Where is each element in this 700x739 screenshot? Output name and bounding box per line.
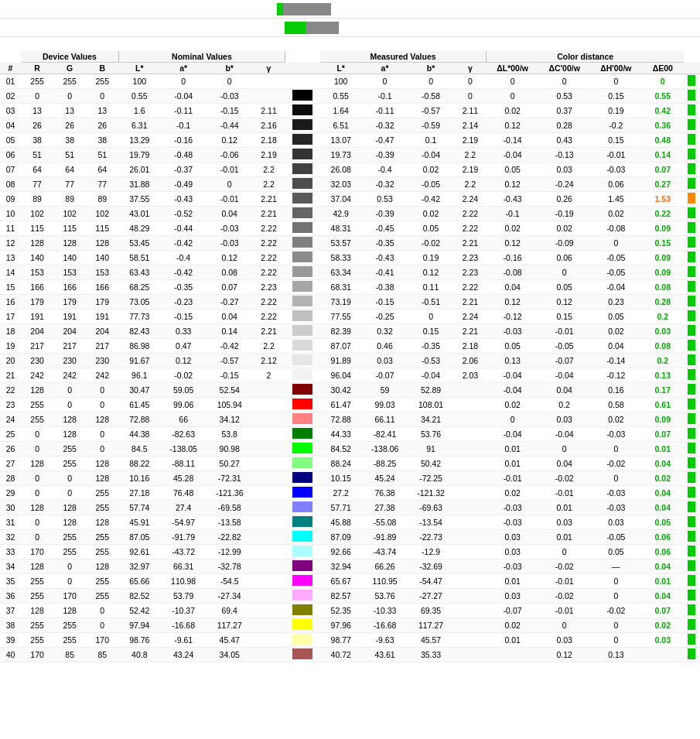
cell-bar [684,148,700,163]
cell-dl: -0.01 [487,471,538,486]
cell-ml: 65.67 [320,574,362,589]
cell-dh: 0.19 [590,104,642,118]
cell-r: 102 [21,207,53,221]
cell-nb: -27.34 [207,589,253,604]
cell-num: 24 [0,412,21,427]
cell-swatch [285,412,320,427]
cell-de: 0.06 [642,545,684,559]
cell-dh: -0.04 [590,280,642,295]
cell-dh: 0 [590,574,642,589]
cell-ml: 92.66 [320,545,362,559]
cell-dc: 0.15 [538,310,590,324]
cell-r: 128 [21,236,53,251]
cell-de: 0.2 [642,310,684,324]
cell-na: -91.79 [160,530,207,545]
cell-num: 20 [0,354,21,368]
cell-ml: 58.33 [320,251,362,265]
cell-mg [454,545,487,559]
cell-mg: 2.21 [454,324,487,339]
cell-dh: -0.08 [590,221,642,236]
cell-ng [252,457,285,471]
table-row: 03 13 13 13 1.6 -0.11 -0.15 2.11 1.64 -0… [0,104,700,118]
cell-ml: 88.24 [320,457,362,471]
cell-b: 38 [86,133,118,148]
cell-mg: 0 [454,89,487,104]
cell-dc: 0.01 [538,501,590,515]
cell-de: 0.27 [642,177,684,192]
cell-ma: -0.41 [362,265,408,280]
cell-r: 255 [21,412,53,427]
cell-mb: 50.42 [408,457,454,471]
cell-mb: -0.35 [408,339,454,354]
nominal-values-header: Nominal Values [118,51,285,63]
cell-de: 0.2 [642,354,684,368]
cell-r: 38 [21,133,53,148]
cell-g: 128 [53,501,86,515]
cell-nl: 86.98 [118,339,160,354]
col-g-header: G [53,63,86,74]
table-row: 40 170 85 85 40.8 43.24 34.05 40.72 43.6… [0,648,700,662]
cell-mb: -22.73 [408,530,454,545]
cell-mg [454,383,487,398]
cell-swatch [285,457,320,471]
cell-g: 255 [53,74,86,89]
cell-dl: 0.02 [487,104,538,118]
cell-na: -9.61 [160,633,207,648]
cell-dl: 0.12 [487,118,538,133]
overview-title[interactable] [0,43,700,51]
cell-na: -0.1 [160,118,207,133]
cell-nl: 6.31 [118,118,160,133]
cell-dh: 0 [590,236,642,251]
cell-dc: 0.01 [538,530,590,545]
cell-de: 0.04 [642,486,684,501]
cell-num: 05 [0,133,21,148]
cell-swatch [285,133,320,148]
cell-g: 128 [53,236,86,251]
table-row: 24 255 128 128 72.88 66 34.12 72.88 66.1… [0,412,700,427]
cell-nb: 45.47 [207,633,253,648]
cell-r: 0 [21,471,53,486]
cell-dc: -0.01 [538,486,590,501]
cell-ml: 48.31 [320,221,362,236]
cell-ma: -138.06 [362,442,408,457]
cell-b: 255 [86,545,118,559]
cell-nb: -0.01 [207,192,253,207]
cell-b: 242 [86,368,118,383]
cell-ng: 2.22 [252,221,285,236]
cell-nl: 57.74 [118,501,160,515]
cell-de: 0.61 [642,398,684,412]
cell-mb: 91 [408,442,454,457]
cell-dl: 0 [487,412,538,427]
cell-nb: -0.03 [207,221,253,236]
cell-b: 255 [86,486,118,501]
cell-nl: 0.55 [118,89,160,104]
cell-nl: 32.97 [118,559,160,574]
cell-swatch [285,280,320,295]
cell-num: 23 [0,398,21,412]
cell-bar [684,515,700,530]
cell-b: 0 [86,89,118,104]
cell-ng [252,648,285,662]
cell-dh: 0 [590,74,642,89]
cell-r: 26 [21,118,53,133]
cell-mb: -0.51 [408,295,454,310]
cell-ma: 0.32 [362,324,408,339]
cell-b: 13 [86,104,118,118]
cell-dl: 0.12 [487,236,538,251]
measured-values-header: Measured Values [320,51,487,63]
cell-g: 0 [53,471,86,486]
cell-nl: 1.6 [118,104,160,118]
cell-mg: 2.19 [454,133,487,148]
average-bar [277,3,331,15]
col-na-header: a* [160,63,207,74]
cell-dh: 0.16 [590,383,642,398]
cell-ma: -0.4 [362,163,408,177]
cell-swatch [285,442,320,457]
cell-na: -0.42 [160,265,207,280]
cell-nl: 97.94 [118,618,160,633]
cell-ng: 2.19 [252,148,285,163]
cell-nb: -0.27 [207,295,253,310]
cell-ma: 0 [362,74,408,89]
maximum-bar [285,22,339,34]
cell-dh: 0 [590,442,642,457]
